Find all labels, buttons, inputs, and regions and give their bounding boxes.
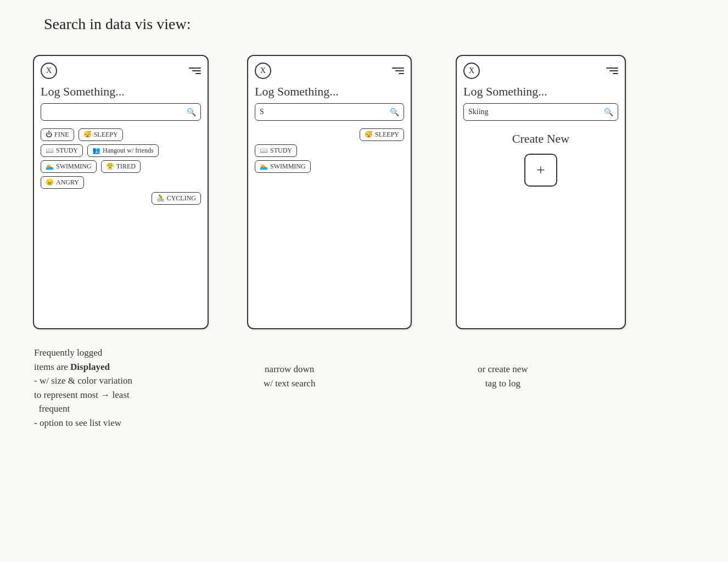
page-title: Search in data vis view: [44,15,191,33]
phone2-tag-sleepy[interactable]: 😴 SLEEPY [360,128,404,141]
phone1-topbar: X [41,63,201,79]
phone2-tags-grid: 😴 SLEEPY 📖 STUDY 🏊 SWIMMING [255,128,404,173]
tag-study-icon: 📖 [46,147,54,155]
phone1-tag-row-1: ⏻ FINE 😴 SLEEPY [41,128,201,141]
phone3-create-plus-button[interactable]: + [524,154,557,187]
phone3-search-box[interactable]: Skiing 🔍 [463,103,618,121]
tag-angry-icon: 😠 [46,178,54,187]
phone2-tag-swimming-label: SWIMMING [270,162,306,171]
menu-line-2 [192,70,201,71]
phone3-create-new-label: Create New [463,132,618,146]
phone-frame-3: X Log Something... Skiing 🔍 Create New + [456,55,626,329]
phone2-tag-study[interactable]: 📖 STUDY [255,144,297,157]
tag-study-label: STUDY [56,147,78,155]
tag-fine[interactable]: ⏻ FINE [41,128,74,141]
tag-angry[interactable]: 😠 ANGRY [41,176,84,189]
phone2-tag-study-icon: 📖 [260,147,268,155]
tag-tired-label: TIRED [116,162,136,171]
phone3-menu-line-1 [606,68,618,69]
phone2-search-icon: 🔍 [390,108,399,117]
tag-hangout-label: Hangout w/ friends [103,147,154,155]
phone-frame-1: X Log Something... 🔍 ⏻ FINE [33,55,209,329]
phone2-menu-icon[interactable] [392,68,404,74]
phone2-menu-line-1 [392,68,404,69]
phone2-search-box[interactable]: S 🔍 [255,103,404,121]
tag-swimming[interactable]: 🏊 SWIMMING [41,160,97,173]
tag-swimming-label: SWIMMING [56,162,92,171]
tag-tired[interactable]: 😤 TIRED [101,160,141,173]
tag-sleepy-label: SLEEPY [94,131,118,139]
phone1-close-button[interactable]: X [41,63,57,79]
phone2-tag-row-2: 📖 STUDY [255,144,404,157]
phone1-tag-row-3: 🏊 SWIMMING 😤 TIRED [41,160,201,173]
phone3-search-value: Skiing [468,108,489,116]
phone2-tag-swimming[interactable]: 🏊 SWIMMING [255,160,311,173]
phone2-menu-line-2 [395,70,404,71]
phone3-menu-line-3 [613,73,618,74]
tag-swimming-icon: 🏊 [46,162,54,171]
phone2-tag-row-1: 😴 SLEEPY [255,128,404,141]
phone3-close-button[interactable]: X [463,63,480,79]
tag-sleepy-icon: 😴 [83,131,92,139]
phone2-tag-sleepy-label: SLEEPY [375,131,399,139]
phone1-tag-row-5: 🚴 CYCLING [41,192,201,205]
phone3-search-icon: 🔍 [604,108,613,117]
tag-cycling-icon: 🚴 [156,194,165,203]
tag-study[interactable]: 📖 STUDY [41,144,83,157]
phone3-menu-line-2 [609,70,618,71]
tag-cycling-label: CYCLING [167,194,196,203]
phone2-search-value: S [260,108,264,116]
phone-frame-2: X Log Something... S 🔍 😴 SLEEPY [247,55,412,329]
phone2-topbar: X [255,63,404,79]
phone1-search-icon: 🔍 [187,108,196,117]
phone1-tag-row-4: 😠 ANGRY [41,176,201,189]
tag-fine-label: FINE [54,131,69,139]
annotation-right: or create new tag to log [478,362,528,390]
phone2-close-button[interactable]: X [255,63,271,79]
phone1-menu-icon[interactable] [189,68,201,74]
phone1-log-label: Log Something... [41,85,201,99]
menu-line-1 [189,68,201,69]
phone2-tag-swimming-icon: 🏊 [260,162,268,171]
tag-fine-icon: ⏻ [46,131,52,139]
phone2-tag-sleepy-icon: 😴 [365,131,373,139]
tag-hangout-icon: 👥 [92,147,100,155]
tag-angry-label: ANGRY [56,178,79,187]
menu-line-3 [195,73,201,74]
tag-cycling[interactable]: 🚴 CYCLING [152,192,201,205]
tag-hangout[interactable]: 👥 Hangout w/ friends [87,144,159,157]
phone1-search-box[interactable]: 🔍 [41,103,201,121]
phone3-log-label: Log Something... [463,85,618,99]
phone2-log-label: Log Something... [255,85,404,99]
annotation-middle: narrow down w/ text search [264,362,315,390]
phone3-menu-icon[interactable] [606,68,618,74]
annotation-left: Frequently logged items are Displayed - … [34,346,132,430]
tag-tired-icon: 😤 [106,162,114,171]
phone2-tag-study-label: STUDY [270,147,292,155]
tag-sleepy[interactable]: 😴 SLEEPY [79,128,123,141]
phone3-topbar: X [463,63,618,79]
phone1-tag-row-2: 📖 STUDY 👥 Hangout w/ friends [41,144,201,157]
phone2-tag-row-3: 🏊 SWIMMING [255,160,404,173]
phone2-menu-line-3 [399,73,404,74]
phone1-tags-grid: ⏻ FINE 😴 SLEEPY 📖 STUDY 👥 Han [41,128,201,205]
